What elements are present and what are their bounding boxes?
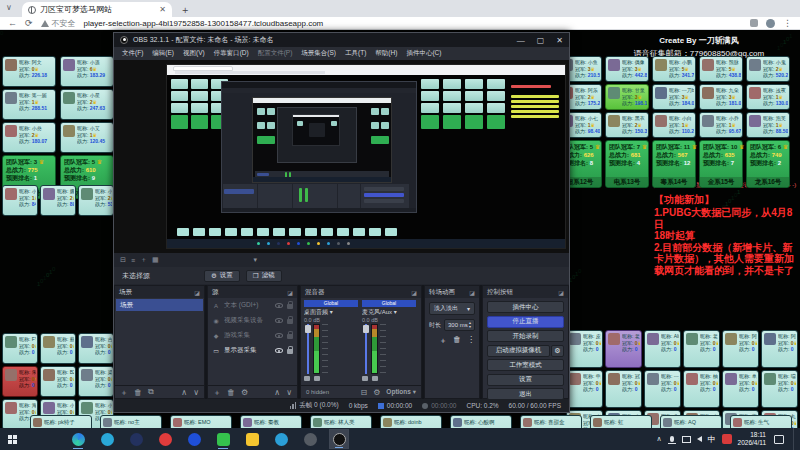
- scene-up-icon[interactable]: ∧: [181, 388, 187, 397]
- notification-center-icon[interactable]: [774, 435, 784, 444]
- settings-button[interactable]: 设置: [487, 374, 564, 386]
- player-card[interactable]: 昵称: 嘻嘻冠军: 0♛战力: 0: [761, 370, 798, 408]
- player-card[interactable]: 昵称: 老登冠军: 0♛战力: 0: [605, 330, 642, 368]
- pool-card-top[interactable]: 昵称: no主: [100, 415, 162, 428]
- menu-0[interactable]: 文件(F): [122, 49, 143, 58]
- mixer-options-button[interactable]: Options ▾: [386, 388, 416, 396]
- reload-icon[interactable]: ⟳: [25, 18, 33, 28]
- stop-streaming-button[interactable]: 停止直播: [487, 316, 564, 328]
- player-card[interactable]: 昵称: 小QQ冠军: 1♛战力: 84.82: [2, 185, 38, 216]
- toolbar-icon[interactable]: ▦: [152, 256, 159, 264]
- plugin-center-button[interactable]: 插件中心: [487, 301, 564, 313]
- menu-4[interactable]: 配置文件(P): [258, 49, 293, 58]
- player-card[interactable]: 昵称: 柚子冠军: 0♛战力: 0: [683, 370, 720, 408]
- pin-icon[interactable]: ◪: [287, 289, 293, 296]
- duplicate-scene-icon[interactable]: ⧉: [148, 387, 154, 397]
- pool-card-top[interactable]: 昵称: 林人类: [310, 415, 372, 428]
- player-card[interactable]: 昵称: 小丹冠军: 2♛战力: 53.94: [78, 185, 114, 216]
- player-card[interactable]: 昵称: 小艾冠军: 1♛战力: 120.45: [60, 122, 114, 153]
- mixer-channel-name[interactable]: 桌面音频 ▾: [304, 308, 358, 317]
- add-transition-icon[interactable]: ＋: [439, 335, 447, 346]
- slider-knob[interactable]: [363, 325, 369, 333]
- taskbar-app-quark[interactable]: [184, 429, 204, 449]
- lock-icon[interactable]: [287, 334, 293, 339]
- team-summary-card[interactable]: 团队冠军: 10 ♛总战力: 635预测排名: 7金系15号: [699, 140, 743, 188]
- player-card[interactable]: 昵称: 一刀bu冠军: 3♛战力: 184.01: [652, 84, 696, 110]
- slider-knob[interactable]: [305, 325, 311, 333]
- player-card[interactable]: 昵称: 冠军公主冠军: 0♛战力: 0: [605, 370, 642, 408]
- tab-close-icon[interactable]: ✕: [159, 5, 166, 14]
- pool-card-top[interactable]: 昵称: EMO: [170, 415, 232, 428]
- menu-6[interactable]: 工具(T): [345, 49, 366, 58]
- new-tab-button[interactable]: ＋: [180, 3, 190, 17]
- source-properties-icon[interactable]: ⚙: [241, 388, 248, 397]
- browser-menu-icon[interactable]: ⋮: [783, 18, 792, 28]
- close-icon[interactable]: ✕: [556, 36, 563, 45]
- speaker-icon[interactable]: [697, 436, 702, 442]
- virtual-camera-config-icon[interactable]: ⚙: [551, 345, 564, 357]
- visibility-eye-icon[interactable]: [275, 333, 283, 338]
- pool-card-top[interactable]: 昵称: 生气: [730, 415, 792, 428]
- pool-card-top[interactable]: 昵称: doinb: [380, 415, 442, 428]
- visibility-eye-icon[interactable]: [275, 348, 283, 353]
- source-filters-button[interactable]: ❐滤镜: [246, 270, 282, 282]
- player-card[interactable]: 昵称: FY冠军: 0♛战力: 0: [2, 333, 38, 364]
- headphones-icon[interactable]: [314, 376, 320, 381]
- mixer-channel-name[interactable]: 麦克风/Aux ▾: [362, 308, 416, 317]
- player-card[interactable]: 昵称: B23冠军: 0♛战力: 0: [40, 366, 76, 397]
- player-card[interactable]: 昵称: 甘泉冠军: 3♛战力: 198.14: [605, 84, 649, 110]
- player-card[interactable]: 昵称: 黑衣冠军: 2♛战力: 150.30: [605, 112, 649, 138]
- menu-7[interactable]: 帮助(H): [375, 49, 397, 58]
- lock-icon[interactable]: [287, 349, 293, 354]
- source-up-icon[interactable]: ∧: [274, 388, 280, 397]
- microphone-icon[interactable]: [670, 436, 674, 442]
- url-text[interactable]: player-selection-app-4bl19752858-1300158…: [84, 19, 324, 28]
- source-list-item[interactable]: ▭显示器采集: [208, 343, 297, 358]
- add-scene-icon[interactable]: ＋: [120, 387, 128, 398]
- visibility-eye-icon[interactable]: [275, 318, 283, 323]
- browser-tab[interactable]: 刀区宝可梦选马网站 ✕: [22, 2, 172, 17]
- player-card[interactable]: 昵称: 媛媛冠军: 2♛战力: 89.78: [40, 185, 76, 216]
- extensions-icon[interactable]: [750, 19, 758, 27]
- remove-source-icon[interactable]: 🗑: [227, 388, 235, 397]
- scene-down-icon[interactable]: ∨: [193, 388, 199, 397]
- taskbar-app-app-yellow[interactable]: [242, 429, 262, 449]
- visibility-eye-icon[interactable]: [275, 303, 283, 308]
- lock-icon[interactable]: [287, 304, 293, 309]
- ime-indicator[interactable]: 中: [708, 434, 716, 445]
- player-card[interactable]: 昵称: 熊脉冠军: 5♛战力: 438.82: [699, 56, 743, 82]
- pin-icon[interactable]: ◪: [411, 289, 417, 296]
- taskbar-app-edge[interactable]: [68, 429, 88, 449]
- taskbar-app-netease-music[interactable]: [155, 429, 175, 449]
- pool-card-top[interactable]: 昵称: 虹: [590, 415, 652, 428]
- mute-speaker-icon[interactable]: [362, 376, 368, 381]
- player-card[interactable]: 昵称: 泡芙冠军: 1♛战力: 88.50: [746, 112, 790, 138]
- taskbar-app-qq-music[interactable]: [300, 429, 320, 449]
- menu-8[interactable]: 插件中心(C): [406, 49, 441, 58]
- display-icon[interactable]: [682, 436, 691, 443]
- start-recording-button[interactable]: 开始录制: [487, 330, 564, 342]
- tray-app-icon[interactable]: [722, 434, 732, 444]
- toolbar-icon[interactable]: ≡: [131, 257, 135, 264]
- taskbar-app-app-sphere[interactable]: [126, 429, 146, 449]
- taskbar-app-qq-browser[interactable]: [97, 429, 117, 449]
- show-desktop-button[interactable]: [793, 428, 796, 450]
- player-card[interactable]: 昵称: 小星冠军: 2♛战力: 247.63: [60, 89, 114, 120]
- security-badge[interactable]: 不安全: [41, 18, 76, 29]
- taskbar-app-obs[interactable]: [329, 429, 349, 449]
- player-card[interactable]: 昵称: 浅夜冠军: 1♛战力: 130.09: [746, 84, 790, 110]
- taskbar-app-app-teal[interactable]: [271, 429, 291, 449]
- player-card[interactable]: 昵称: 九朵冠军: 3♛战力: 181.08: [699, 84, 743, 110]
- player-card[interactable]: 昵称: 皮猴冠军: 0♛战力: 0: [566, 330, 603, 368]
- player-card[interactable]: 昵称: 小鬼冠军: 2♛战力: 520.28: [746, 56, 790, 82]
- pool-card-top[interactable]: 昵称: 心酸啊: [450, 415, 512, 428]
- pool-card-top[interactable]: 昵称: 秦教: [240, 415, 302, 428]
- transition-more-icon[interactable]: ⋮: [467, 335, 475, 346]
- minimize-icon[interactable]: —: [517, 36, 525, 45]
- player-card[interactable]: 昵称: 梁朵冠军: 0♛战力: 0: [78, 366, 114, 397]
- menu-1[interactable]: 编辑(E): [152, 49, 174, 58]
- player-card[interactable]: 昵称: 吉祥物冠军: 0♛战力: 0: [78, 333, 114, 364]
- player-card[interactable]: 昵称: 朱雀冠军: 0♛战力: 0: [2, 366, 38, 397]
- player-card[interactable]: 昵称: 偶像冠军: 3♛战力: 442.81: [605, 56, 649, 82]
- source-list-item[interactable]: ◉视频采集设备: [208, 313, 297, 328]
